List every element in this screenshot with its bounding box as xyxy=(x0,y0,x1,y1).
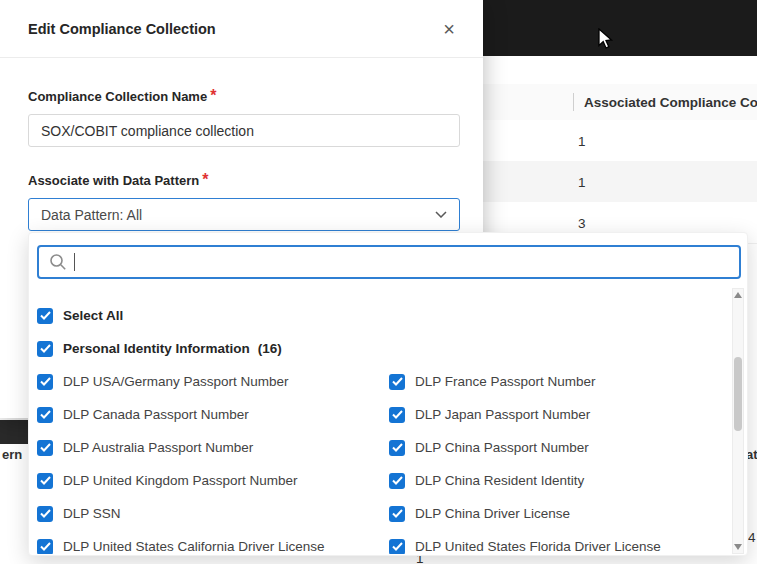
pattern-option[interactable]: DLP China Resident Identity xyxy=(381,473,733,489)
pattern-option-label: DLP China Passport Number xyxy=(415,440,589,455)
collection-name-input[interactable] xyxy=(28,114,460,147)
chevron-down-icon xyxy=(435,211,447,218)
triangle-up-icon xyxy=(734,292,742,298)
checkbox-checked-icon[interactable] xyxy=(389,506,405,522)
pattern-field-label-row: Associate with Data Pattern* xyxy=(28,171,460,189)
pattern-option-list: Select All Personal Identity Information… xyxy=(29,291,741,554)
pattern-row: DLP United Kingdom Passport Number DLP C… xyxy=(29,464,741,497)
data-pattern-label: Associate with Data Pattern xyxy=(28,173,199,188)
close-icon[interactable]: × xyxy=(443,19,455,39)
pattern-option-label: DLP France Passport Number xyxy=(415,374,596,389)
pattern-search-box[interactable] xyxy=(37,245,741,279)
pattern-option[interactable]: DLP France Passport Number xyxy=(381,374,733,390)
checkbox-checked-icon[interactable] xyxy=(37,440,53,456)
pattern-option[interactable]: DLP USA/Germany Passport Number xyxy=(29,374,381,390)
pattern-option-label: DLP United States California Driver Lice… xyxy=(63,539,325,554)
name-field-label-row: Compliance Collection Name* xyxy=(28,87,460,105)
data-pattern-select-value: Data Pattern: All xyxy=(41,207,142,223)
mouse-cursor xyxy=(598,28,616,52)
data-pattern-dropdown-panel: Select All Personal Identity Information… xyxy=(28,232,748,556)
pattern-option-label: DLP Australia Passport Number xyxy=(63,440,253,455)
checkbox-checked-icon[interactable] xyxy=(389,440,405,456)
checkbox-checked-icon[interactable] xyxy=(37,341,53,357)
pattern-option[interactable]: DLP United Kingdom Passport Number xyxy=(29,473,381,489)
pattern-option[interactable]: DLP Canada Passport Number xyxy=(29,407,381,423)
scrollbar-thumb[interactable] xyxy=(734,357,742,431)
screen: Associated Compliance Colle 1 1 3 ern at… xyxy=(0,0,757,564)
pattern-row: Select All xyxy=(29,299,741,332)
pattern-search-input[interactable] xyxy=(82,254,729,270)
pattern-option[interactable]: DLP Japan Passport Number xyxy=(381,407,733,423)
pattern-row: DLP SSN DLP China Driver License xyxy=(29,497,741,530)
pii-group-count: (16) xyxy=(258,341,282,356)
cell-value: 1 xyxy=(578,133,586,148)
required-asterisk: * xyxy=(210,87,216,104)
pattern-option[interactable]: DLP Australia Passport Number xyxy=(29,440,381,456)
partial-column-header-left: ern xyxy=(2,447,22,462)
scroll-up-button[interactable] xyxy=(733,289,743,301)
column-divider xyxy=(573,93,574,111)
select-all-label: Select All xyxy=(63,308,123,323)
pattern-row: DLP United States California Driver Lice… xyxy=(29,530,741,554)
pattern-row: Personal Identity Information (16) xyxy=(29,332,741,365)
pattern-option[interactable]: DLP China Driver License xyxy=(381,506,733,522)
required-asterisk: * xyxy=(202,171,208,188)
column-header-associated-compliance: Associated Compliance Colle xyxy=(584,95,757,110)
pii-group-option[interactable]: Personal Identity Information (16) xyxy=(29,341,381,357)
pattern-option-label: DLP United Kingdom Passport Number xyxy=(63,473,298,488)
data-pattern-select[interactable]: Data Pattern: All xyxy=(28,198,460,231)
select-all-option[interactable]: Select All xyxy=(29,308,381,324)
collection-name-label: Compliance Collection Name xyxy=(28,89,207,104)
checkbox-checked-icon[interactable] xyxy=(389,407,405,423)
pattern-option-label: DLP China Resident Identity xyxy=(415,473,584,488)
scrollbar[interactable] xyxy=(732,288,744,554)
cell-value: 3 xyxy=(578,215,586,230)
checkbox-checked-icon[interactable] xyxy=(37,407,53,423)
checkbox-checked-icon[interactable] xyxy=(37,374,53,390)
pattern-option-label: DLP Canada Passport Number xyxy=(63,407,249,422)
pattern-option-label: DLP SSN xyxy=(63,506,121,521)
search-icon xyxy=(49,253,67,271)
pattern-option[interactable]: DLP United States Florida Driver License xyxy=(381,539,733,555)
pattern-option-label: DLP United States Florida Driver License xyxy=(415,539,661,554)
pii-group-label: Personal Identity Information xyxy=(63,341,250,356)
pattern-option-label: DLP China Driver License xyxy=(415,506,570,521)
modal-body: Compliance Collection Name* Associate wi… xyxy=(0,58,483,231)
checkbox-checked-icon[interactable] xyxy=(37,506,53,522)
scroll-down-button[interactable] xyxy=(733,541,743,553)
checkbox-checked-icon[interactable] xyxy=(37,473,53,489)
pattern-option[interactable]: DLP SSN xyxy=(29,506,381,522)
modal-header: Edit Compliance Collection × xyxy=(0,0,483,58)
checkbox-checked-icon[interactable] xyxy=(389,473,405,489)
pattern-row: DLP Australia Passport Number DLP China … xyxy=(29,431,741,464)
pattern-row: DLP USA/Germany Passport Number DLP Fran… xyxy=(29,365,741,398)
checkbox-checked-icon[interactable] xyxy=(389,539,405,555)
triangle-down-icon xyxy=(734,544,742,550)
pattern-option[interactable]: DLP United States California Driver Lice… xyxy=(29,539,381,555)
text-caret xyxy=(74,253,75,271)
pattern-row: DLP Canada Passport Number DLP Japan Pas… xyxy=(29,398,741,431)
checkbox-checked-icon[interactable] xyxy=(389,374,405,390)
modal-title: Edit Compliance Collection xyxy=(28,21,216,37)
pattern-option-label: DLP USA/Germany Passport Number xyxy=(63,374,289,389)
cell-value: 1 xyxy=(578,174,586,189)
pattern-option[interactable]: DLP China Passport Number xyxy=(381,440,733,456)
pattern-option-label: DLP Japan Passport Number xyxy=(415,407,590,422)
checkbox-checked-icon[interactable] xyxy=(37,539,53,555)
partial-cell-value-right: 4 xyxy=(748,530,756,545)
checkbox-checked-icon[interactable] xyxy=(37,308,53,324)
